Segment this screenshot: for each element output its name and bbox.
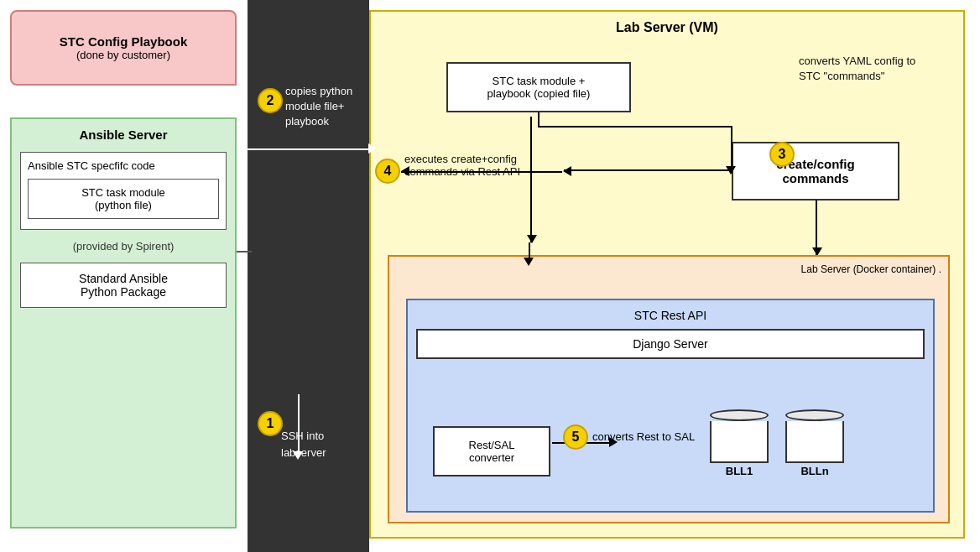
bll1-cylinder-top bbox=[710, 409, 769, 421]
arrow-to-lab-head bbox=[368, 143, 377, 154]
lab-server-vm-title: Lab Server (VM) bbox=[379, 20, 955, 35]
blln-label: BLLn bbox=[800, 465, 828, 477]
num-circle-5: 5 bbox=[563, 424, 588, 450]
std-ansible-label: Standard AnsiblePython Package bbox=[79, 272, 168, 299]
docker-container-box: Lab Server (Docker container) . STC Rest… bbox=[388, 255, 950, 523]
arrow-4-line bbox=[401, 171, 562, 173]
provided-by-label: (provided by Spirent) bbox=[20, 240, 227, 253]
blln-cylinder-body bbox=[785, 421, 844, 463]
arrow-to-bll-head bbox=[609, 437, 618, 447]
ssh-arrow-down bbox=[298, 394, 300, 453]
stc-task-playbook-label: STC task module +playbook (copied file) bbox=[487, 75, 591, 100]
converts-rest-text: converts Rest to SAL bbox=[592, 430, 695, 443]
bll1-cylinder-body bbox=[710, 421, 769, 463]
blln-cylinder-top bbox=[785, 409, 844, 421]
arrow-into-create bbox=[726, 166, 736, 174]
ansible-stc-code-label: Ansible STC specfifc code bbox=[28, 159, 219, 172]
stc-rest-api-title: STC Rest API bbox=[416, 309, 925, 322]
bll1-label: BLL1 bbox=[726, 465, 753, 477]
stc-task-playbook-box: STC task module +playbook (copied file) bbox=[446, 62, 631, 112]
arrow-4-head bbox=[401, 166, 409, 176]
lab-server-vm-box: Lab Server (VM) STC task module +playboo… bbox=[369, 10, 965, 539]
main-arrow-down bbox=[529, 242, 530, 259]
stc-config-box: STC Config Playbook (done by customer) bbox=[10, 10, 237, 86]
django-server-box: Django Server bbox=[416, 329, 925, 359]
num-circle-2: 2 bbox=[258, 88, 283, 113]
blln-cylinder: BLLn bbox=[785, 409, 844, 477]
connector-right-1 bbox=[538, 126, 732, 128]
main-arrow-down-head bbox=[524, 258, 534, 266]
stc-task-module-box: STC task module(python file) bbox=[28, 179, 219, 219]
rest-sal-box: Rest/SALconverter bbox=[433, 426, 550, 476]
arrow-to-lab bbox=[238, 148, 370, 150]
stc-task-module-label: STC task module(python file) bbox=[81, 186, 165, 211]
converts-yaml-text: converts YAML config to STC "commands" bbox=[799, 54, 933, 84]
docker-container-title: Lab Server (Docker container) . bbox=[396, 263, 941, 275]
arrow-down-2 bbox=[816, 200, 817, 255]
connector-down-2 bbox=[731, 126, 732, 168]
bll1-cylinder: BLL1 bbox=[710, 409, 769, 477]
num-circle-4: 4 bbox=[375, 159, 400, 184]
create-config-box: create/configcommands bbox=[732, 142, 899, 200]
stc-config-subtitle: (done by customer) bbox=[60, 49, 188, 61]
connector-stc-right bbox=[237, 251, 252, 253]
arrow-left-1 bbox=[564, 169, 732, 171]
stc-rest-api-box: STC Rest API Django Server Rest/SALconve… bbox=[406, 299, 935, 513]
rest-sal-label: Rest/SALconverter bbox=[469, 439, 515, 464]
ansible-server-box: Ansible Server Ansible STC specfifc code… bbox=[10, 117, 237, 529]
copies-python-text: copies python module file+ playbook bbox=[285, 84, 365, 130]
executes-text: executes create+config commands via Rest… bbox=[404, 153, 555, 178]
django-server-label: Django Server bbox=[633, 337, 708, 351]
ansible-stc-code-box: Ansible STC specfifc code STC task modul… bbox=[20, 152, 227, 230]
ansible-server-title: Ansible Server bbox=[20, 128, 227, 142]
stc-config-title: STC Config Playbook bbox=[60, 34, 188, 49]
diagram-container: STC Config Playbook (done by customer) A… bbox=[0, 0, 980, 552]
dark-bg-strip bbox=[248, 0, 369, 552]
num-circle-1: 1 bbox=[258, 411, 283, 436]
ssh-arrow-head bbox=[293, 451, 303, 460]
std-ansible-box: Standard AnsiblePython Package bbox=[20, 263, 227, 308]
arrow-down-1 bbox=[530, 117, 532, 242]
num-circle-3: 3 bbox=[769, 142, 795, 167]
